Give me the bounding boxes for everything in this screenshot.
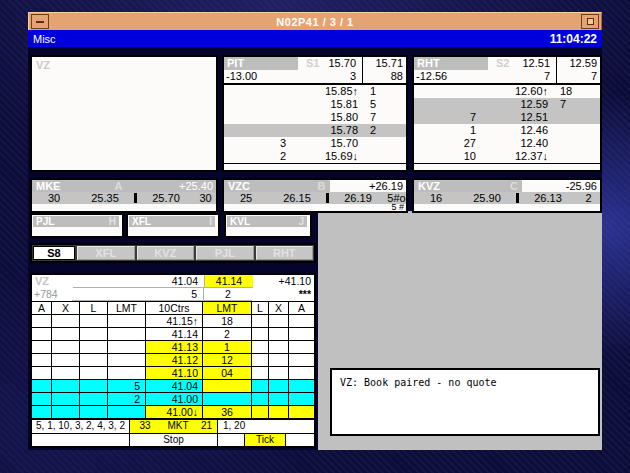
ladder-cell-x-r[interactable]: [269, 328, 289, 341]
rht-quote-row[interactable]: 1012.37↓: [414, 150, 600, 163]
tab-s8[interactable]: S8: [33, 246, 75, 260]
ladder-cell-x-l[interactable]: [52, 406, 80, 419]
ladder-cell-a-l[interactable]: [32, 328, 52, 341]
ladder-cell-lmt-l[interactable]: [108, 354, 146, 367]
ladder-cell-price[interactable]: 41.00↓: [146, 406, 203, 419]
panel-xfl[interactable]: XFL I: [126, 213, 220, 238]
ladder-cell-price[interactable]: 41.14: [146, 328, 203, 341]
ladder-cell-x-l[interactable]: [52, 380, 80, 393]
ladder-cell-a-l[interactable]: [32, 354, 52, 367]
ladder-cell-a-l[interactable]: [32, 393, 52, 406]
ladder-cell-lmt-l[interactable]: 2: [108, 393, 146, 406]
ladder-cell-x-l[interactable]: [52, 367, 80, 380]
ladder-cell-l-l[interactable]: [80, 380, 108, 393]
ladder-cell-price[interactable]: 41.15↑: [146, 315, 203, 328]
current-qty-cell[interactable]: 33: [130, 420, 160, 433]
ladder-cell-lmt-l[interactable]: [108, 328, 146, 341]
tab-rht[interactable]: RHT: [256, 246, 314, 260]
ladder-cell-lmt-r[interactable]: 2: [203, 328, 252, 341]
ladder-cell-a-l[interactable]: [32, 341, 52, 354]
rht-quote-row[interactable]: 2712.40: [414, 137, 600, 150]
pit-quote-row[interactable]: 215.69↓: [224, 150, 406, 163]
panel-kvz[interactable]: KVZ C -25.96 16 25.90 26.13 2: [412, 178, 602, 213]
ladder-cell-x-r[interactable]: [269, 315, 289, 328]
ladder-cell-l-r[interactable]: [252, 315, 269, 328]
ladder-cell-l-l[interactable]: [80, 341, 108, 354]
ladder-cell-lmt-l[interactable]: [108, 367, 146, 380]
extra-qty-cell[interactable]: 1, 20: [218, 420, 314, 433]
ladder-cell-l-r[interactable]: [252, 393, 269, 406]
pit-quote-row[interactable]: 15.807: [224, 111, 406, 124]
ladder-cell-a-r[interactable]: [289, 341, 314, 354]
panel-pit[interactable]: PIT S1 15.70 15.71 -13.00 3 88 15.85↑115…: [222, 55, 408, 172]
ladder-cell-l-r[interactable]: [252, 328, 269, 341]
pit-quote-row[interactable]: 15.782: [224, 124, 406, 137]
ladder-cell-l-l[interactable]: [80, 354, 108, 367]
ladder-cell-a-r[interactable]: [289, 406, 314, 419]
ladder-cell-l-r[interactable]: [252, 341, 269, 354]
ladder-cell-lmt-r[interactable]: 1: [203, 341, 252, 354]
kvz-quote-row[interactable]: 16 25.90 26.13 2: [414, 192, 600, 204]
ladder-cell-price[interactable]: 41.13: [146, 341, 203, 354]
pit-quote-row[interactable]: 15.85↑1: [224, 85, 406, 98]
ladder-cell-x-r[interactable]: [269, 380, 289, 393]
rht-quote-row[interactable]: 112.46: [414, 124, 600, 137]
mke-quote-row[interactable]: 30 25.35 25.70 30: [32, 192, 216, 204]
tab-pjl[interactable]: PJL: [196, 246, 254, 260]
pit-quote-row[interactable]: 15.815: [224, 98, 406, 111]
ladder-cell-lmt-l[interactable]: [108, 315, 146, 328]
panel-pjl[interactable]: PJL H: [30, 213, 124, 238]
ladder-cell-lmt-r[interactable]: 18: [203, 315, 252, 328]
ladder-cell-x-r[interactable]: [269, 341, 289, 354]
ladder-cell-x-l[interactable]: [52, 341, 80, 354]
ladder-cell-x-l[interactable]: [52, 393, 80, 406]
ladder-cell-lmt-r[interactable]: 12: [203, 354, 252, 367]
vzc-quote-row[interactable]: 25 26.15 26.19 5#o: [224, 192, 406, 204]
ladder-cell-x-l[interactable]: [52, 315, 80, 328]
ladder-cell-l-l[interactable]: [80, 367, 108, 380]
ladder-cell-l-r[interactable]: [252, 380, 269, 393]
ladder-cell-a-l[interactable]: [32, 315, 52, 328]
ladder-cell-a-l[interactable]: [32, 380, 52, 393]
ladder-cell-price[interactable]: 41.12: [146, 354, 203, 367]
tab-kvz[interactable]: KVZ: [137, 246, 195, 260]
ladder-cell-l-l[interactable]: [80, 406, 108, 419]
rht-quote-row[interactable]: 12.60↑18: [414, 85, 600, 98]
ladder-cell-lmt-r[interactable]: [203, 393, 252, 406]
ladder-cell-a-r[interactable]: [289, 354, 314, 367]
panel-vzc[interactable]: VZC B +26.19 25 26.15 26.19 5#o 5 #: [222, 178, 408, 213]
ladder-cell-l-r[interactable]: [252, 354, 269, 367]
ladder-cell-price[interactable]: 41.10: [146, 367, 203, 380]
ladder-cell-a-r[interactable]: [289, 380, 314, 393]
order-qty-cell[interactable]: 21: [196, 420, 218, 433]
minimize-button[interactable]: [31, 14, 49, 29]
panel-vz-blank[interactable]: VZ: [30, 55, 218, 172]
ladder-cell-x-l[interactable]: [52, 354, 80, 367]
tick-button[interactable]: Tick: [244, 434, 286, 447]
ladder-cell-a-r[interactable]: [289, 367, 314, 380]
qty-presets[interactable]: 5, 1, 10, 3, 2, 4, 3, 2: [32, 420, 130, 433]
rht-quote-row[interactable]: 712.51: [414, 111, 600, 124]
ladder-cell-price[interactable]: 41.04: [146, 380, 203, 393]
ladder-cell-a-r[interactable]: [289, 315, 314, 328]
ladder-cell-lmt-l[interactable]: 5: [108, 380, 146, 393]
pit-quote-row[interactable]: 315.70: [224, 137, 406, 150]
ladder-cell-l-r[interactable]: [252, 406, 269, 419]
ladder-cell-a-r[interactable]: [289, 328, 314, 341]
ladder-cell-lmt-l[interactable]: [108, 341, 146, 354]
titlebar[interactable]: N02P41 / 3 / 1: [28, 12, 602, 31]
ladder-cell-lmt-r[interactable]: 04: [203, 367, 252, 380]
ladder-cell-x-l[interactable]: [52, 328, 80, 341]
panel-mke[interactable]: MKE A +25.40 30 25.35 25.70 30: [30, 178, 218, 213]
ladder-cell-price[interactable]: 41.00: [146, 393, 203, 406]
panel-kvl[interactable]: KVL J: [224, 213, 312, 238]
ladder-cell-a-l[interactable]: [32, 406, 52, 419]
ladder-cell-x-r[interactable]: [269, 367, 289, 380]
ladder-cell-x-r[interactable]: [269, 354, 289, 367]
ladder-cell-a-r[interactable]: [289, 393, 314, 406]
panel-rht[interactable]: RHT S2 12.51 12.59 -12.56 7 7 12.60↑1812…: [412, 55, 602, 172]
tab-xfl[interactable]: XFL: [77, 246, 135, 260]
stop-button[interactable]: Stop: [130, 434, 218, 447]
ladder-cell-lmt-r[interactable]: [203, 380, 252, 393]
order-type-cell[interactable]: MKT: [160, 420, 196, 433]
